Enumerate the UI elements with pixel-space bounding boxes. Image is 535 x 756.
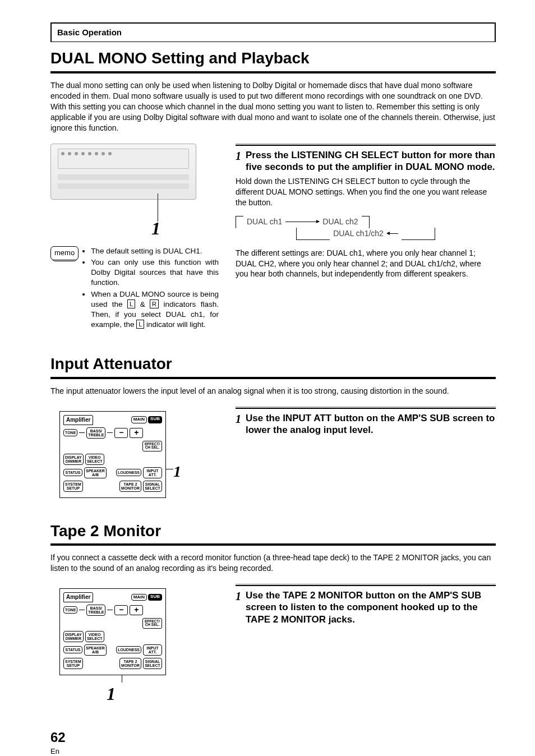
speaker-ab-button: SPEAKER A/B (84, 467, 107, 478)
arrow-left-icon (387, 233, 398, 234)
step-number: 1 (236, 589, 241, 603)
step-heading: 1 Use the TAPE 2 MONITOR button on the A… (236, 589, 496, 625)
title-rule (50, 543, 496, 546)
memo-label: memo (50, 246, 79, 261)
remote-main-badge: MAIN (131, 594, 147, 601)
section3-intro: If you connect a cassette deck with a re… (50, 552, 496, 574)
figure-callout-1: 1 (151, 216, 219, 241)
cycle-ch1ch2: DUAL ch1/ch2 (333, 228, 384, 239)
step-title: Use the INPUT ATT button on the AMP'S SU… (246, 412, 496, 436)
display-dimmer-button: DISPLAY DIMMER (63, 454, 84, 465)
loudness-button: LOUDNESS (116, 646, 141, 653)
tone-button: TONE (63, 606, 77, 614)
r-indicator-icon: R (150, 299, 159, 308)
tone-button: TONE (63, 429, 77, 436)
step1-body: Hold down the LISTENING CH SELECT button… (236, 176, 496, 208)
step1-heading: 1 Press the LISTENING CH SELECT button f… (236, 149, 496, 173)
speaker-ab-button: SPEAKER A/B (84, 644, 107, 656)
system-setup-button: SYSTEM SETUP (63, 658, 83, 669)
page-number: 62 (50, 729, 496, 746)
cycle-diagram: DUAL ch1 DUAL ch2 DUAL ch1/ch2 (236, 216, 496, 240)
tape2-monitor-button: TAPE 2 MONITOR (119, 658, 141, 669)
display-dimmer-button: DISPLAY DIMMER (63, 631, 84, 642)
section2-intro: The input attenuator lowers the input le… (50, 386, 496, 397)
step-divider (236, 407, 496, 409)
bass-treble-button: BASS/ TREBLE (86, 605, 105, 616)
section1-title: DUAL MONO Setting and Playback (50, 48, 496, 69)
memo-list: The default setting is DUAL CH1. You can… (83, 246, 219, 331)
cycle-ch2: DUAL ch2 (322, 216, 358, 227)
step-title: Press the LISTENING CH SELECT button for… (246, 149, 496, 173)
minus-button: − (114, 428, 128, 438)
remote-sub-badge: SUB (148, 594, 162, 601)
step1-explain: The different settings are: DUAL ch1, wh… (236, 248, 496, 280)
remote-main-badge: MAIN (131, 416, 147, 423)
signal-select-button: SIGNAL SELECT (143, 658, 162, 669)
step-heading: 1 Use the INPUT ATT button on the AMP'S … (236, 412, 496, 436)
minus-button: − (114, 605, 128, 615)
status-button: STATUS (63, 469, 82, 476)
remote-amp-label: Amplifier (63, 592, 93, 602)
step-divider (236, 144, 496, 146)
cycle-ch1: DUAL ch1 (247, 216, 282, 227)
amplifier-figure (50, 144, 196, 200)
memo-item: You can only use this function with Dolb… (91, 257, 219, 288)
l-indicator-icon: L (127, 299, 135, 308)
effect-chsel-button: EFFECT/ CH SEL. (142, 441, 162, 451)
memo-item: The default setting is DUAL CH1. (91, 246, 219, 256)
signal-select-button: SIGNAL SELECT (143, 481, 162, 492)
plus-button: + (130, 428, 143, 438)
arrow-right-icon (285, 222, 319, 222)
loudness-button: LOUDNESS (116, 469, 141, 476)
step-divider (236, 584, 496, 586)
video-select-button: VIDEO SELECT (85, 631, 104, 642)
page-language: En (50, 746, 496, 756)
page-footer: 62 En (50, 729, 496, 756)
section2-title: Input Attenuator (50, 353, 496, 375)
remote-amp-label: Amplifier (63, 415, 93, 425)
system-setup-button: SYSTEM SETUP (63, 481, 83, 492)
section3-title: Tape 2 Monitor (50, 520, 496, 542)
plus-button: + (130, 605, 143, 615)
remote-figure: Amplifier MAIN SUB TONE BASS/ TREBLE − + (59, 588, 166, 675)
memo-item: When a DUAL MONO source is being used th… (91, 289, 219, 330)
memo-text: & (135, 300, 150, 308)
input-att-button: INPUT ATT. (143, 644, 162, 656)
tape2-monitor-button: TAPE 2 MONITOR (119, 481, 141, 492)
title-rule (50, 71, 496, 73)
section1-intro: The dual mono setting can only be used w… (50, 80, 496, 133)
step-number: 1 (236, 149, 241, 163)
step-title: Use the TAPE 2 MONITOR button on the AMP… (246, 589, 496, 625)
figure-callout-1: 1 (173, 461, 181, 482)
step-number: 1 (236, 412, 241, 426)
l-indicator-icon: L (136, 320, 144, 329)
bass-treble-button: BASS/ TREBLE (86, 427, 105, 439)
status-button: STATUS (63, 646, 82, 653)
title-rule (50, 377, 496, 379)
effect-chsel-button: EFFECT/ CH SEL. (142, 618, 162, 629)
section-header: Basic Operation (50, 22, 496, 42)
remote-sub-badge: SUB (148, 416, 162, 423)
memo-text: indicator will light. (144, 320, 206, 329)
video-select-button: VIDEO SELECT (85, 454, 104, 465)
input-att-button: INPUT ATT. (143, 467, 162, 478)
figure-callout-1: 1 (107, 682, 219, 706)
remote-figure: Amplifier MAIN SUB TONE BASS/ TREBLE − + (59, 411, 166, 498)
